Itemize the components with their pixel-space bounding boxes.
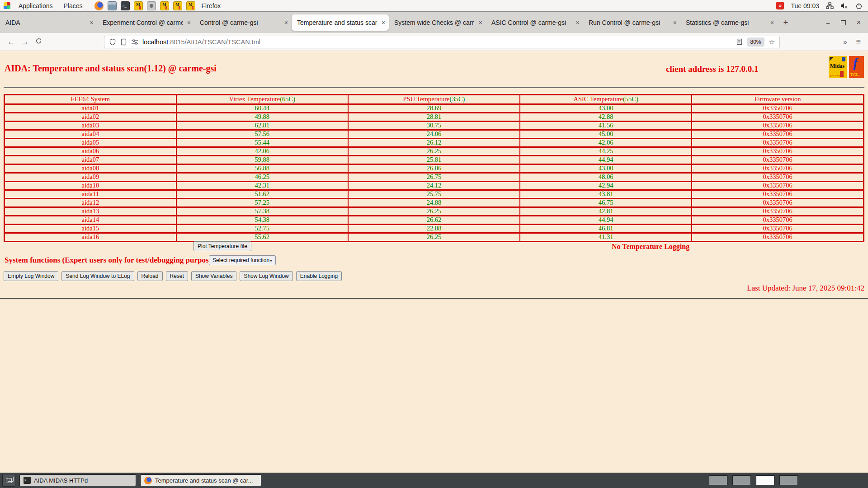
- tab-close-icon[interactable]: ×: [770, 19, 774, 26]
- cell-firmware: 0x3350706: [692, 113, 863, 122]
- midas-launcher-icon[interactable]: M: [160, 1, 169, 10]
- action-button[interactable]: Empty Log Window: [4, 271, 58, 281]
- midas-launcher-icon[interactable]: M: [186, 1, 195, 10]
- new-tab-button[interactable]: +: [778, 18, 794, 28]
- midas-logo-shield: [842, 57, 845, 61]
- cell-firmware: 0x3350706: [692, 207, 863, 216]
- workspace-cell[interactable]: [732, 475, 751, 485]
- window-list-button[interactable]: [2, 474, 15, 487]
- cell-virtex-temp: 59.88: [176, 156, 348, 164]
- function-select[interactable]: Select required function ▾: [209, 255, 276, 265]
- applications-menu[interactable]: Applications: [13, 0, 58, 11]
- midas-launcher-icon[interactable]: M: [173, 1, 182, 10]
- cell-virtex-temp: 57.25: [176, 199, 348, 207]
- firefox-launcher-icon[interactable]: [94, 1, 104, 10]
- page-content: AIDA: Temperature and status scan(1.12) …: [0, 51, 868, 473]
- bookmark-star-icon[interactable]: ☆: [769, 38, 775, 46]
- cell-psu-temp: 25.75: [348, 190, 520, 199]
- plot-temperature-button[interactable]: Plot Temperature file: [193, 241, 251, 251]
- cell-psu-temp: 24.88: [348, 199, 520, 207]
- horizontal-rule-top: [4, 87, 864, 88]
- midas-logo[interactable]: Midas powered by: [829, 56, 847, 78]
- network-icon[interactable]: [826, 2, 834, 9]
- file-manager-launcher-icon[interactable]: [108, 1, 117, 10]
- taskbar-window-midas-httpd[interactable]: >_ AIDA MIDAS HTTPd: [19, 474, 136, 486]
- notification-tray-icon[interactable]: »: [776, 2, 784, 9]
- tab-close-icon[interactable]: ×: [479, 19, 482, 26]
- power-icon[interactable]: [855, 2, 863, 9]
- column-header: Firmware version: [692, 95, 863, 104]
- cell-asic-temp: 42.06: [520, 139, 692, 147]
- browser-tab[interactable]: Run Control @ carme-gsi ×: [583, 12, 680, 33]
- minimize-button[interactable]: –: [826, 19, 830, 27]
- browser-tab[interactable]: System wide Checks @ carme-gsi ×: [389, 12, 486, 33]
- permissions-icon[interactable]: [131, 39, 138, 45]
- url-bar[interactable]: localhost:8015/AIDA/TSCAN/TSCAN.tml 80% …: [104, 36, 780, 48]
- midas-logo-text: Midas: [830, 63, 844, 70]
- midas-logo-subtext: powered by: [830, 75, 840, 77]
- tab-close-icon[interactable]: ×: [90, 19, 94, 26]
- tcl-logo[interactable]: f TCL: [849, 56, 864, 78]
- terminal-launcher-icon[interactable]: >_: [121, 1, 130, 10]
- tab-close-icon[interactable]: ×: [382, 19, 385, 26]
- cell-psu-temp: 30.75: [348, 122, 520, 130]
- zoom-level-badge[interactable]: 80%: [747, 38, 764, 47]
- reload-button[interactable]: [32, 38, 45, 47]
- maximize-button[interactable]: [841, 20, 846, 25]
- browser-tab[interactable]: Temperature and status scan @ carme-gsi …: [292, 14, 389, 31]
- cell-firmware: 0x3350706: [692, 225, 863, 233]
- table-row: aida12 57.25 24.88 46.75 0x3350706: [5, 199, 864, 207]
- firefox-window: AIDA × Experiment Control @ carme-gsi × …: [0, 12, 868, 473]
- cell-firmware: 0x3350706: [692, 122, 863, 130]
- back-button[interactable]: ←: [5, 38, 18, 47]
- screenshot-launcher-icon[interactable]: [147, 1, 156, 10]
- action-button[interactable]: Enable Logging: [296, 271, 342, 281]
- volume-muted-icon[interactable]: [840, 2, 849, 9]
- cell-virtex-temp: 52.75: [176, 225, 348, 233]
- tcl-logo-glyph: f: [853, 56, 858, 70]
- midas-launcher-icon[interactable]: M: [134, 1, 143, 10]
- action-button[interactable]: Send Log Window to ELog: [61, 271, 134, 281]
- table-row: aida13 57.38 26.25 42.81 0x3350706: [5, 207, 864, 216]
- cell-firmware: 0x3350706: [692, 182, 863, 190]
- tab-label: Experiment Control @ carme-gsi: [103, 19, 183, 26]
- shield-icon[interactable]: [109, 38, 116, 46]
- tab-close-icon[interactable]: ×: [284, 19, 288, 26]
- browser-tab[interactable]: Experiment Control @ carme-gsi ×: [97, 12, 194, 33]
- action-button[interactable]: Reload: [137, 271, 163, 281]
- taskbar-window-temperature-scan[interactable]: Temperature and status scan @ car...: [140, 474, 261, 486]
- browser-tab[interactable]: AIDA ×: [0, 12, 97, 33]
- tab-close-icon[interactable]: ×: [673, 19, 677, 26]
- workspace-cell[interactable]: [779, 475, 798, 485]
- page-info-icon[interactable]: [120, 38, 127, 46]
- cell-virtex-temp: 42.06: [176, 147, 348, 156]
- action-button[interactable]: Reset: [166, 271, 188, 281]
- overflow-menu-icon[interactable]: »: [843, 38, 847, 46]
- tab-close-icon[interactable]: ×: [576, 19, 580, 26]
- clock[interactable]: Tue 09:03: [791, 2, 819, 9]
- reader-mode-icon[interactable]: [736, 38, 743, 45]
- column-header: ASIC Temperature(55C): [520, 95, 692, 104]
- cell-system: aida10: [5, 182, 176, 190]
- places-menu[interactable]: Places: [58, 0, 88, 11]
- url-text[interactable]: localhost:8015/AIDA/TSCAN/TSCAN.tml: [142, 38, 260, 46]
- workspace-cell[interactable]: [756, 475, 774, 485]
- cell-virtex-temp: 57.38: [176, 207, 348, 216]
- cell-system: aida06: [5, 147, 176, 156]
- cell-firmware: 0x3350706: [692, 104, 863, 113]
- close-button[interactable]: ×: [857, 19, 861, 27]
- forward-button[interactable]: →: [18, 38, 32, 47]
- action-button[interactable]: Show Log Window: [240, 271, 292, 281]
- action-button[interactable]: Show Variables: [191, 271, 237, 281]
- cell-asic-temp: 43.81: [520, 190, 692, 199]
- hamburger-menu-icon[interactable]: ≡: [856, 37, 861, 47]
- table-row: aida04 57.56 24.06 45.00 0x3350706: [5, 130, 864, 139]
- cell-psu-temp: 26.25: [348, 233, 520, 242]
- browser-tab[interactable]: Statistics @ carme-gsi ×: [680, 12, 778, 33]
- tab-close-icon[interactable]: ×: [187, 19, 191, 26]
- workspace-cell[interactable]: [709, 475, 727, 485]
- cell-virtex-temp: 51.62: [176, 190, 348, 199]
- active-app-label[interactable]: Firefox: [202, 2, 221, 9]
- browser-tab[interactable]: Control @ carme-gsi ×: [194, 12, 292, 33]
- browser-tab[interactable]: ASIC Control @ carme-gsi ×: [486, 12, 583, 33]
